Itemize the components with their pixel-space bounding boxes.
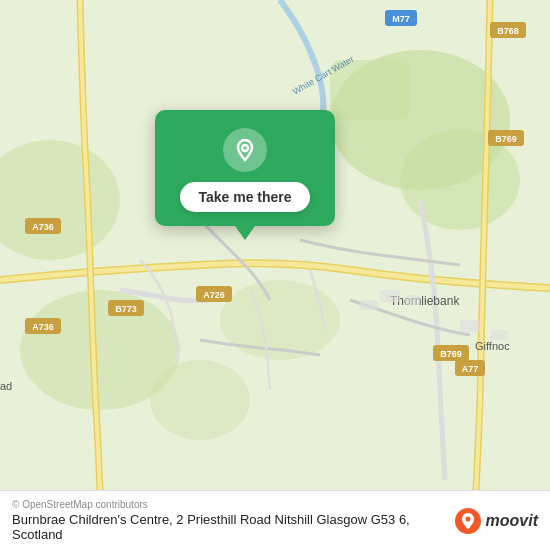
svg-text:A736: A736 bbox=[32, 222, 54, 232]
moovit-pin-icon bbox=[454, 507, 482, 535]
take-me-there-button[interactable]: Take me there bbox=[180, 182, 309, 212]
svg-point-6 bbox=[150, 360, 250, 440]
svg-text:ad: ad bbox=[0, 380, 12, 392]
svg-rect-30 bbox=[380, 290, 400, 302]
svg-text:B769: B769 bbox=[495, 134, 517, 144]
svg-text:B769: B769 bbox=[440, 349, 462, 359]
svg-text:Giffnoc: Giffnoc bbox=[475, 340, 510, 352]
moovit-text: moovit bbox=[486, 512, 538, 530]
location-pin-icon bbox=[233, 138, 257, 162]
svg-point-35 bbox=[242, 145, 248, 151]
footer: © OpenStreetMap contributors Burnbrae Ch… bbox=[0, 490, 550, 550]
location-name: Burnbrae Children's Centre, 2 Priesthill… bbox=[12, 512, 444, 542]
map-background: White Cart Water M77 bbox=[0, 0, 550, 490]
map-container: White Cart Water M77 bbox=[0, 0, 550, 490]
osm-credit: © OpenStreetMap contributors bbox=[12, 499, 444, 510]
location-icon-circle bbox=[223, 128, 267, 172]
svg-text:A77: A77 bbox=[462, 364, 479, 374]
svg-rect-32 bbox=[360, 300, 378, 310]
svg-text:A736: A736 bbox=[32, 322, 54, 332]
moovit-logo: moovit bbox=[454, 507, 538, 535]
svg-rect-34 bbox=[490, 330, 508, 340]
svg-text:A726: A726 bbox=[203, 290, 225, 300]
svg-rect-31 bbox=[405, 295, 420, 305]
svg-text:Thornliebank: Thornliebank bbox=[390, 294, 460, 308]
popup-card: Take me there bbox=[155, 110, 335, 226]
footer-left: © OpenStreetMap contributors Burnbrae Ch… bbox=[12, 499, 444, 542]
svg-text:M77: M77 bbox=[392, 14, 410, 24]
svg-rect-33 bbox=[460, 320, 480, 332]
svg-point-37 bbox=[465, 516, 470, 521]
svg-text:B773: B773 bbox=[115, 304, 137, 314]
svg-text:B768: B768 bbox=[497, 26, 519, 36]
